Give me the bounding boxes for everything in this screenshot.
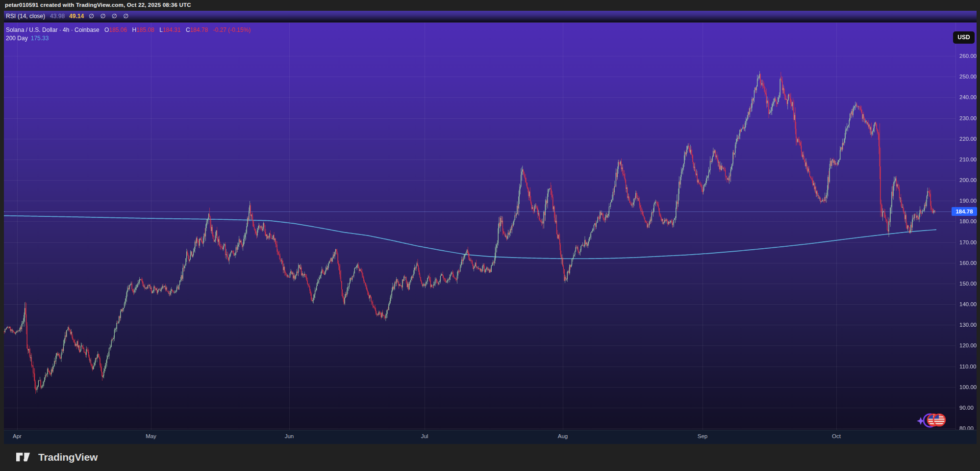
rsi-params: (14, close) bbox=[18, 13, 45, 20]
ma-value: 175.33 bbox=[31, 35, 49, 42]
price-axis-label: 130.00 bbox=[959, 321, 977, 329]
time-axis[interactable]: AprMayJunJulAugSepOct bbox=[4, 430, 977, 444]
price-axis-label: 90.00 bbox=[959, 404, 974, 412]
footer: TradingView bbox=[0, 444, 980, 471]
chart-legend: Solana / U.S. Dollar · 4h · Coinbase O18… bbox=[6, 26, 251, 42]
tradingview-brand[interactable]: TradingView bbox=[16, 450, 98, 464]
time-axis-label-apr: Apr bbox=[13, 433, 22, 439]
ma-label[interactable]: 200 Day bbox=[6, 35, 28, 42]
chart-widget: RSI(14, close)43.9849.14∅ ∅ ∅ ∅ Solana /… bbox=[4, 11, 977, 444]
time-axis-label-jul: Jul bbox=[421, 433, 428, 439]
symbol-title[interactable]: Solana / U.S. Dollar · 4h · Coinbase bbox=[6, 26, 100, 33]
low-label: L bbox=[159, 26, 163, 33]
price-axis-label: 110.00 bbox=[959, 363, 976, 370]
main-chart-pane: Solana / U.S. Dollar · 4h · Coinbase O18… bbox=[4, 23, 956, 430]
flag-sticker-icon[interactable] bbox=[917, 411, 947, 430]
rsi-title: RSI bbox=[6, 13, 16, 20]
close-value: 184.78 bbox=[190, 26, 208, 33]
time-axis-label-sep: Sep bbox=[698, 433, 707, 439]
candlestick-chart-canvas[interactable] bbox=[4, 23, 956, 430]
price-axis-label: 220.00 bbox=[959, 135, 977, 143]
price-axis-label: 210.00 bbox=[959, 156, 977, 163]
time-axis-label-may: May bbox=[146, 433, 156, 439]
rsi-value-2: 49.14 bbox=[69, 13, 84, 20]
rsi-hidden-values: ∅ ∅ ∅ ∅ bbox=[89, 13, 128, 20]
page: { "header": { "attribution": "petar01059… bbox=[0, 0, 980, 471]
currency-button[interactable]: USD bbox=[953, 31, 975, 44]
time-axis-label-oct: Oct bbox=[832, 433, 841, 439]
price-axis-label: 250.00 bbox=[959, 73, 977, 80]
price-axis-label: 160.00 bbox=[959, 259, 977, 267]
price-axis-label: 230.00 bbox=[959, 114, 977, 122]
rsi-legend: RSI(14, close)43.9849.14∅ ∅ ∅ ∅ bbox=[6, 12, 128, 20]
price-axis-label: 190.00 bbox=[959, 197, 977, 205]
current-price-line bbox=[4, 211, 956, 212]
price-axis-label: 150.00 bbox=[959, 280, 977, 288]
price-axis-label: 100.00 bbox=[959, 383, 977, 391]
high-label: H bbox=[132, 26, 137, 33]
rsi-value-1: 43.98 bbox=[50, 13, 65, 20]
attribution-text: petar010591 created with TradingView.com… bbox=[5, 2, 191, 8]
price-axis-label: 170.00 bbox=[959, 238, 977, 246]
time-axis-label-aug: Aug bbox=[558, 433, 568, 439]
price-axis-label: 120.00 bbox=[959, 341, 977, 349]
price-axis-label: 260.00 bbox=[959, 52, 977, 60]
price-axis-label: 180.00 bbox=[959, 217, 977, 225]
change-value: -0.27 (-0.15%) bbox=[213, 26, 251, 33]
low-value: 184.31 bbox=[163, 26, 181, 33]
price-axis-label: 200.00 bbox=[959, 176, 977, 184]
time-axis-label-jun: Jun bbox=[285, 433, 294, 439]
price-axis[interactable]: USD 184.78 260.00250.00240.00230.00220.0… bbox=[955, 23, 977, 430]
tradingview-brand-text: TradingView bbox=[38, 451, 98, 463]
price-axis-label: 140.00 bbox=[959, 300, 977, 308]
price-axis-label: 240.00 bbox=[959, 93, 977, 101]
tradingview-logo-icon bbox=[16, 450, 33, 464]
open-value: 185.06 bbox=[109, 26, 127, 33]
rsi-pane[interactable]: RSI(14, close)43.9849.14∅ ∅ ∅ ∅ bbox=[4, 11, 977, 22]
current-price-label: 184.78 bbox=[952, 207, 977, 216]
high-value: 185.08 bbox=[136, 26, 154, 33]
attribution-bar: petar010591 created with TradingView.com… bbox=[0, 0, 980, 11]
close-label: C bbox=[186, 26, 190, 33]
